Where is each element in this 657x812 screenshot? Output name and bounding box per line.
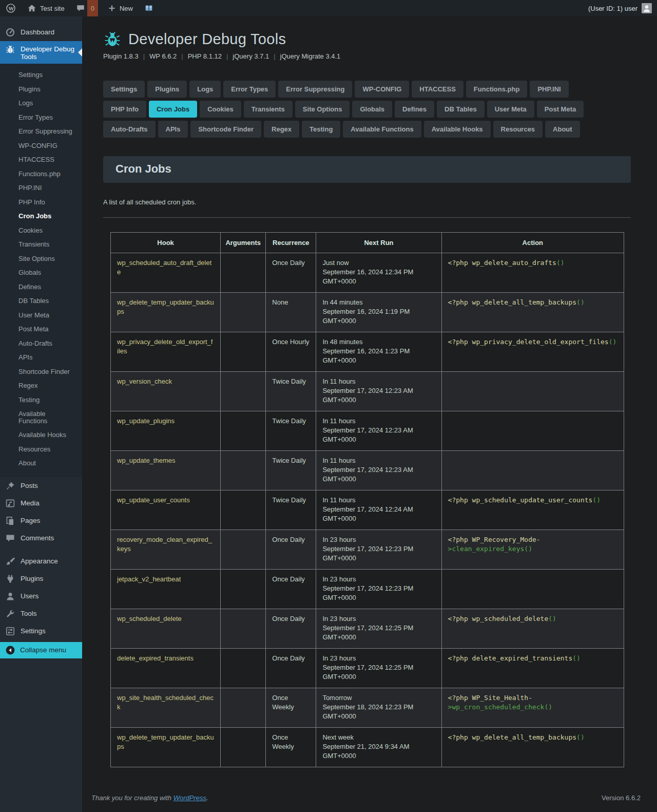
code-php-part: <?php delete_expired_transients xyxy=(448,654,573,662)
code-php-part: <?php wp_delete_all_temp_backups xyxy=(448,298,576,306)
tab-error-types[interactable]: Error Types xyxy=(223,81,276,98)
tab-db-tables[interactable]: DB Tables xyxy=(437,101,485,118)
sidebar-item-plugins[interactable]: Plugins xyxy=(0,570,82,588)
tab-cookies[interactable]: Cookies xyxy=(200,101,241,118)
tab-user-meta[interactable]: User Meta xyxy=(487,101,534,118)
sidebar-subitem-available-hooks[interactable]: Available Hooks xyxy=(0,428,82,442)
sidebar-subitem-post-meta[interactable]: Post Meta xyxy=(0,322,82,336)
tab-about[interactable]: About xyxy=(545,121,580,138)
cell-arguments xyxy=(221,451,266,490)
sidebar-subitem-site-options[interactable]: Site Options xyxy=(0,252,82,266)
sidebar-subitem-auto-drafts[interactable]: Auto-Drafts xyxy=(0,336,82,351)
plugin-meta-item: PHP 8.1.12 xyxy=(188,52,222,60)
tab-php-ini[interactable]: PHP.INI xyxy=(530,81,568,98)
tab-available-hooks[interactable]: Available Hooks xyxy=(424,121,491,138)
sidebar-subitem-php-info[interactable]: PHP Info xyxy=(0,195,82,210)
sidebar-subitem-cron-jobs[interactable]: Cron Jobs xyxy=(0,209,82,223)
sidebar-item-appearance[interactable]: Appearance xyxy=(0,553,82,570)
sidebar-subitem-error-types[interactable]: Error Types xyxy=(0,110,82,125)
sidebar-subitem-globals[interactable]: Globals xyxy=(0,266,82,280)
sidebar-subitem-wp-config[interactable]: WP-CONFIG xyxy=(0,139,82,153)
sidebar-item-posts[interactable]: Posts xyxy=(0,477,82,495)
sidebar: Dashboard Developer Debug Tools Settings… xyxy=(0,16,82,812)
sidebar-subitem-transients[interactable]: Transients xyxy=(0,237,82,252)
tab-post-meta[interactable]: Post Meta xyxy=(537,101,584,118)
sidebar-subitem-plugins[interactable]: Plugins xyxy=(0,82,82,97)
sidebar-subitem-php-ini[interactable]: PHP.INI xyxy=(0,181,82,195)
tab-htaccess[interactable]: HTACCESS xyxy=(412,81,463,98)
tab-functions-php[interactable]: Functions.php xyxy=(466,81,528,98)
footer-version: Version 6.6.2 xyxy=(602,794,641,802)
tab-plugins[interactable]: Plugins xyxy=(147,81,187,98)
sidebar-subitem-about[interactable]: About xyxy=(0,456,82,470)
sidebar-subitem-functions-php[interactable]: Functions.php xyxy=(0,167,82,181)
sidebar-item-settings[interactable]: Settings xyxy=(0,622,82,640)
sidebar-subitem-user-meta[interactable]: User Meta xyxy=(0,308,82,323)
cron-table-body: wp_scheduled_auto_draft_deleteOnce Daily… xyxy=(111,253,624,767)
column-header-recurrence: Recurrence xyxy=(266,233,316,253)
sidebar-item-users[interactable]: Users xyxy=(0,588,82,605)
site-name-button[interactable]: Test site xyxy=(22,0,70,16)
cell-action: <?php delete_expired_transients() xyxy=(441,649,624,688)
sidebar-subitem-resources[interactable]: Resources xyxy=(0,442,82,457)
cell-next-run: In 11 hoursSeptember 17, 2024 12:23 AMGM… xyxy=(316,411,441,451)
tab-defines[interactable]: Defines xyxy=(395,101,434,118)
sidebar-item-pages[interactable]: Pages xyxy=(0,512,82,530)
comment-bubble-icon xyxy=(76,4,85,13)
sidebar-item-comments[interactable]: Comments xyxy=(0,530,82,547)
plugin-submenu: SettingsPluginsLogsError TypesError Supp… xyxy=(0,64,82,477)
sidebar-subitem-available-functions[interactable]: Available Functions xyxy=(0,407,82,428)
sidebar-item-tools[interactable]: Tools xyxy=(0,605,82,622)
wordpress-link[interactable]: WordPress xyxy=(173,794,206,802)
tab-auto-drafts[interactable]: Auto-Drafts xyxy=(103,121,156,138)
tab-site-options[interactable]: Site Options xyxy=(295,101,350,118)
collapse-menu-label: Collapse menu xyxy=(20,646,66,654)
table-row: wp_site_health_scheduled_checkOnce Weekl… xyxy=(111,688,624,728)
table-row: wp_scheduled_auto_draft_deleteOnce Daily… xyxy=(111,253,624,293)
table-row: wp_delete_temp_updater_backupsNoneIn 44 … xyxy=(111,293,624,332)
docs-shortcut-button[interactable] xyxy=(139,0,159,16)
sidebar-subitem-defines[interactable]: Defines xyxy=(0,280,82,294)
sidebar-subitem-cookies[interactable]: Cookies xyxy=(0,223,82,238)
comments-icon xyxy=(5,533,15,543)
sidebar-item-media[interactable]: Media xyxy=(0,495,82,512)
comments-shortcut-button[interactable] xyxy=(70,0,87,16)
tab-cron-jobs[interactable]: Cron Jobs xyxy=(149,101,197,118)
page-header: Developer Debug Tools xyxy=(103,30,631,48)
tab-php-info[interactable]: PHP Info xyxy=(103,101,146,118)
sidebar-subitem-regex[interactable]: Regex xyxy=(0,379,82,393)
tab-error-suppressing[interactable]: Error Suppressing xyxy=(278,81,352,98)
sidebar-item-developer-debug-tools[interactable]: Developer Debug Tools xyxy=(0,41,82,64)
tab-transients[interactable]: Transients xyxy=(244,101,293,118)
tab-shortcode-finder[interactable]: Shortcode Finder xyxy=(190,121,261,138)
cell-arguments xyxy=(221,293,266,332)
tab-testing[interactable]: Testing xyxy=(302,121,340,138)
code-php-part: <?php wp_privacy_delete_old_export_files xyxy=(448,338,609,346)
tab-globals[interactable]: Globals xyxy=(352,101,392,118)
wordpress-menu-button[interactable] xyxy=(0,0,22,16)
admin-bar-account[interactable]: (User ID: 1) user xyxy=(583,0,657,16)
sidebar-subitem-settings[interactable]: Settings xyxy=(0,68,82,82)
sidebar-item-label: Pages xyxy=(21,516,40,524)
tab-settings[interactable]: Settings xyxy=(103,81,145,98)
tools-icon xyxy=(5,609,15,619)
comments-count-badge[interactable]: 0 xyxy=(87,0,98,16)
sidebar-subitem-apis[interactable]: APIs xyxy=(0,350,82,365)
sidebar-subitem-error-suppressing[interactable]: Error Suppressing xyxy=(0,124,82,139)
tab-logs[interactable]: Logs xyxy=(189,81,221,98)
tab-apis[interactable]: APIs xyxy=(158,121,188,138)
sidebar-item-label: Posts xyxy=(21,481,38,489)
sidebar-subitem-shortcode-finder[interactable]: Shortcode Finder xyxy=(0,365,82,379)
tab-regex[interactable]: Regex xyxy=(264,121,299,138)
tab-available-functions[interactable]: Available Functions xyxy=(343,121,421,138)
new-content-button[interactable]: New xyxy=(102,0,139,16)
tab-wp-config[interactable]: WP-CONFIG xyxy=(355,81,409,98)
tab-resources[interactable]: Resources xyxy=(493,121,543,138)
sidebar-subitem-logs[interactable]: Logs xyxy=(0,96,82,110)
sidebar-subitem-testing[interactable]: Testing xyxy=(0,393,82,407)
sidebar-subitem-db-tables[interactable]: DB Tables xyxy=(0,294,82,308)
sidebar-subitem-htaccess[interactable]: HTACCESS xyxy=(0,153,82,167)
collapse-menu-button[interactable]: Collapse menu xyxy=(0,642,82,658)
cell-recurrence: Once Weekly xyxy=(266,688,316,728)
sidebar-item-dashboard[interactable]: Dashboard xyxy=(0,24,82,41)
